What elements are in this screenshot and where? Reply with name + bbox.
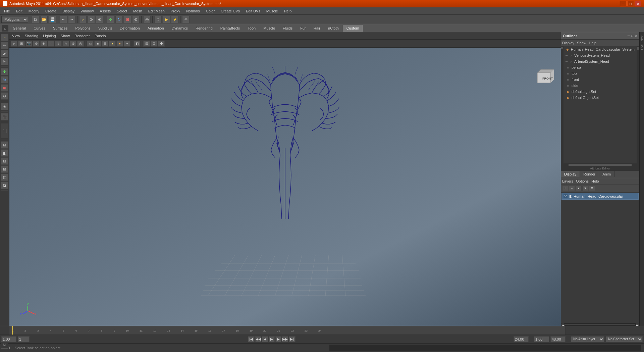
tab-dynamics[interactable]: Dynamics — [168, 25, 192, 32]
go-end-btn[interactable]: ▶| — [289, 336, 296, 342]
vi-shadow-btn[interactable]: ◧ — [133, 41, 140, 47]
layer-move-dn-btn[interactable]: ▼ — [582, 186, 588, 191]
layer-move-up-btn[interactable]: ▲ — [576, 186, 582, 191]
move-tool-btn[interactable]: ✛ — [1, 68, 8, 76]
layers-menu[interactable]: Layers — [562, 179, 573, 183]
outliner-item-objectset[interactable]: ◆ defaultObjectSet — [564, 95, 637, 101]
tab-hair[interactable]: Hair — [310, 25, 324, 32]
render-icon-btn[interactable]: ⬛ — [1, 123, 8, 138]
outliner-scroll-up[interactable] — [637, 47, 639, 50]
tab-subdivs[interactable]: Subdiv's — [95, 25, 116, 32]
object-type-select[interactable]: Polygons — [1, 16, 28, 23]
layer-add-btn[interactable]: + — [562, 186, 568, 191]
select-tool-btn[interactable]: ▹ — [1, 34, 8, 41]
play-btn[interactable]: ▶ — [269, 336, 275, 342]
menu-proxy[interactable]: Proxy — [168, 8, 183, 14]
prev-key-btn[interactable]: ◀◀ — [255, 336, 261, 342]
layer-scroll-track[interactable] — [565, 324, 635, 325]
universal-manip-btn[interactable]: ⊛ — [132, 16, 140, 23]
outliner-item-front[interactable]: ○ front — [564, 77, 637, 83]
menu-normals[interactable]: Normals — [183, 8, 203, 14]
command-line-input[interactable] — [329, 345, 641, 351]
tab-fur[interactable]: Fur — [297, 25, 310, 32]
viewport-panels-menu[interactable]: Panels — [93, 34, 107, 38]
tab-ncloth[interactable]: nCloth — [324, 25, 342, 32]
vi-wire-btn[interactable]: ▭ — [87, 41, 94, 47]
outliner-close-btn[interactable]: ✕ — [635, 34, 637, 38]
layer-scroll-right[interactable]: ▶ — [636, 323, 639, 325]
tab-animation[interactable]: Animation — [144, 25, 168, 32]
undo-btn[interactable]: ↩ — [60, 16, 67, 23]
tab-general[interactable]: General — [9, 25, 30, 32]
render-btn[interactable]: ▶ — [163, 16, 170, 23]
show-hide-btn[interactable]: 👁 — [182, 16, 190, 23]
vi-snap-live-btn[interactable]: ◎ — [77, 41, 84, 47]
outliner-right-scroll[interactable] — [637, 46, 639, 163]
menu-assets[interactable]: Assets — [97, 8, 113, 14]
outliner-show-menu[interactable]: Show — [577, 41, 586, 45]
go-start-btn[interactable]: |◀ — [248, 336, 255, 342]
layer-options-btn[interactable]: ⚙ — [589, 186, 595, 191]
menu-create-uvs[interactable]: Create UVs — [218, 8, 243, 14]
menu-color[interactable]: Color — [203, 8, 217, 14]
vi-pan-btn[interactable]: ✚ — [158, 41, 165, 47]
outliner-item-side[interactable]: ○ side — [564, 83, 637, 89]
timeline-track[interactable]: 1 2 3 4 5 6 7 8 9 10 11 12 13 14 15 16 1 — [9, 326, 566, 335]
status-command-input[interactable] — [329, 345, 641, 351]
tab-deformation[interactable]: Deformation — [116, 25, 144, 32]
vi-light1-btn[interactable]: ● — [109, 41, 116, 47]
tab-display[interactable]: Display — [561, 171, 580, 177]
vi-snap-grid-btn[interactable]: # — [55, 41, 62, 47]
vi-light3-btn[interactable]: ● — [124, 41, 130, 47]
next-frame-btn[interactable]: ▶ — [275, 336, 281, 342]
3d-viewport[interactable]: FRONT X Z Y — [9, 48, 561, 326]
options-menu[interactable]: Options — [576, 179, 589, 183]
outliner-display-menu[interactable]: Display — [562, 41, 574, 45]
layer-scroll-left[interactable]: ◀ — [561, 323, 564, 325]
menu-window[interactable]: Window — [78, 8, 96, 14]
vi-component-btn[interactable]: ⊗ — [40, 41, 47, 47]
current-frame-input[interactable] — [18, 336, 30, 342]
menu-edit[interactable]: Edit — [13, 8, 25, 14]
outliner-help-menu[interactable]: Help — [589, 41, 597, 45]
sculpt-btn[interactable]: ◧ — [1, 149, 8, 157]
vi-object-btn[interactable]: ⊙ — [33, 41, 40, 47]
tab-rendering[interactable]: Rendering — [192, 25, 216, 32]
tab-curves[interactable]: Curves — [30, 25, 49, 32]
view-cube[interactable]: FRONT — [534, 66, 554, 86]
menu-display[interactable]: Display — [60, 8, 77, 14]
cut-tool-btn[interactable]: ✂ — [1, 58, 8, 65]
vi-solid-btn[interactable]: ■ — [94, 41, 101, 47]
vi-snap-pt-btn[interactable]: · — [48, 41, 54, 47]
menu-edit-mesh[interactable]: Edit Mesh — [146, 8, 167, 14]
home-btn[interactable]: ⌂ — [1, 24, 9, 32]
new-scene-btn[interactable]: 🗋 — [32, 16, 39, 23]
viewport-shading-menu[interactable]: Shading — [23, 34, 40, 38]
range-end-input[interactable] — [514, 336, 529, 342]
help-menu[interactable]: Help — [591, 179, 599, 183]
ipr-btn[interactable]: ⚡ — [171, 16, 178, 23]
fur-btn[interactable]: ⊟ — [1, 157, 8, 165]
lasso-select-btn[interactable]: ⊙ — [88, 16, 95, 23]
timeline-bar[interactable]: 1 2 3 4 5 6 7 8 9 10 11 12 13 14 15 16 1 — [0, 326, 644, 335]
tab-render[interactable]: Render — [580, 171, 599, 177]
vi-light2-btn[interactable]: ● — [116, 41, 123, 47]
vi-snap-curve-btn[interactable]: ∿ — [62, 41, 69, 47]
outliner-item-lightset[interactable]: ◆ defaultLightSet — [564, 89, 637, 95]
tab-surfaces[interactable]: Surfaces — [49, 25, 71, 32]
minimize-button[interactable]: ─ — [620, 1, 627, 6]
outliner-collapse-btn[interactable] — [561, 47, 563, 49]
viewport-show-menu[interactable]: Show — [59, 34, 71, 38]
rotate-tool-btn[interactable]: ↻ — [1, 76, 8, 84]
character-set-select[interactable]: No Character Set — [606, 336, 643, 342]
maximize-button[interactable]: □ — [627, 1, 634, 6]
cloth-btn[interactable]: ◪ — [1, 182, 8, 189]
menu-edit-uvs[interactable]: Edit UVs — [243, 8, 263, 14]
last-tool-btn[interactable]: ⊙ — [1, 92, 8, 100]
paint-tool-btn[interactable]: ✏ — [1, 42, 8, 49]
close-button[interactable]: ✕ — [635, 1, 641, 6]
layer-delete-btn[interactable]: − — [569, 186, 575, 191]
viewport-renderer-menu[interactable]: Renderer — [73, 34, 91, 38]
menu-file[interactable]: File — [1, 8, 13, 14]
vi-isolate-btn[interactable]: ⊡ — [143, 41, 150, 47]
